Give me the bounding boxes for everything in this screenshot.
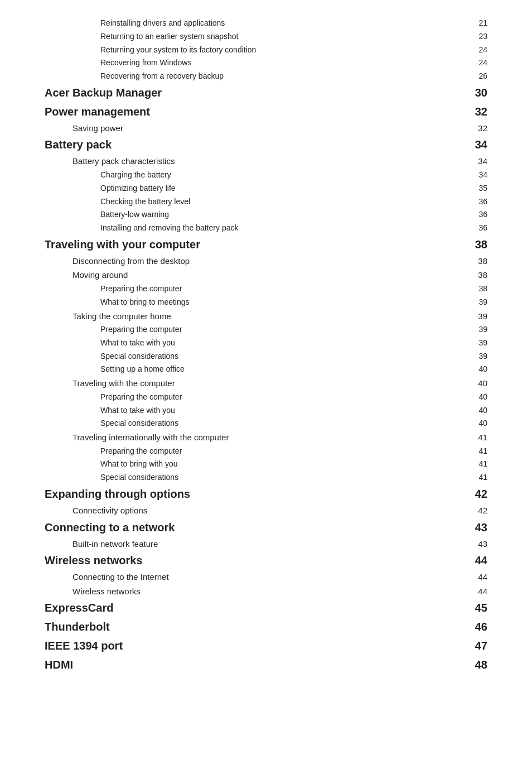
toc-label: Traveling with the computer: [72, 376, 471, 391]
toc-entry: Battery-low warning36: [45, 208, 487, 222]
toc-page: 47: [471, 636, 487, 655]
toc-page: 38: [471, 268, 487, 282]
toc-entry: Acer Backup Manager30: [45, 83, 487, 102]
toc-label: Preparing the computer: [100, 445, 471, 458]
toc-label: What to bring to meetings: [100, 296, 471, 309]
toc-entry: Installing and removing the battery pack…: [45, 222, 487, 235]
toc-page: 21: [471, 17, 487, 30]
toc-label: ExpressCard: [45, 598, 471, 617]
toc-entry: Reinstalling drivers and applications21: [45, 17, 487, 30]
toc-label: Battery-low warning: [100, 208, 471, 222]
toc-page: 32: [471, 121, 487, 136]
toc-entry: Connecting to the Internet44: [45, 570, 487, 584]
toc-page: 38: [471, 235, 487, 254]
toc-label: Preparing the computer: [100, 323, 471, 337]
toc-label: Connecting to a network: [45, 518, 471, 537]
toc-entry: Preparing the computer41: [45, 445, 487, 458]
toc-label: Reinstalling drivers and applications: [100, 17, 471, 30]
toc-label: What to take with you: [100, 404, 471, 417]
toc-page: 44: [471, 551, 487, 570]
toc-label: Battery pack characteristics: [72, 154, 471, 169]
toc-page: 35: [471, 182, 487, 195]
toc-page: 24: [471, 56, 487, 70]
toc-label: Returning to an earlier system snapshot: [100, 30, 471, 44]
toc-label: Saving power: [72, 121, 471, 136]
toc-entry: Battery pack characteristics34: [45, 154, 487, 169]
toc-entry: Traveling internationally with the compu…: [45, 430, 487, 445]
toc-page: 26: [471, 70, 487, 83]
toc-container: Reinstalling drivers and applications21R…: [45, 17, 487, 674]
toc-page: 45: [471, 598, 487, 617]
toc-label: Thunderbolt: [45, 617, 471, 636]
toc-entry: Returning your system to its factory con…: [45, 44, 487, 57]
toc-label: Traveling internationally with the compu…: [72, 430, 471, 445]
toc-entry: HDMI48: [45, 655, 487, 674]
toc-page: 39: [471, 350, 487, 363]
toc-label: IEEE 1394 port: [45, 636, 471, 655]
toc-label: Charging the battery: [100, 169, 471, 182]
toc-page: 39: [471, 337, 487, 350]
toc-page: 40: [471, 363, 487, 376]
toc-label: HDMI: [45, 655, 471, 674]
toc-label: What to take with you: [100, 337, 471, 350]
toc-entry: IEEE 1394 port47: [45, 636, 487, 655]
toc-label: Traveling with your computer: [45, 235, 471, 254]
toc-page: 42: [471, 503, 487, 518]
toc-label: Checking the battery level: [100, 195, 471, 209]
toc-entry: ExpressCard45: [45, 598, 487, 617]
toc-page: 38: [471, 254, 487, 268]
toc-page: 41: [471, 445, 487, 458]
toc-entry: Thunderbolt46: [45, 617, 487, 636]
toc-label: Power management: [45, 102, 471, 121]
toc-entry: Battery pack34: [45, 135, 487, 154]
toc-page: 44: [471, 570, 487, 584]
toc-page: 41: [471, 458, 487, 471]
toc-page: 43: [471, 518, 487, 537]
toc-page: 40: [471, 376, 487, 391]
toc-page: 24: [471, 44, 487, 57]
toc-page: 30: [471, 83, 487, 102]
toc-entry: Special considerations39: [45, 350, 487, 363]
toc-entry: Recovering from a recovery backup26: [45, 70, 487, 83]
toc-label: Wireless networks: [45, 551, 471, 570]
toc-entry: Saving power32: [45, 121, 487, 136]
toc-entry: Checking the battery level36: [45, 195, 487, 209]
toc-label: Moving around: [72, 268, 471, 282]
toc-page: 32: [471, 102, 487, 121]
toc-page: 39: [471, 296, 487, 309]
toc-entry: Taking the computer home39: [45, 309, 487, 324]
toc-entry: Connecting to a network43: [45, 518, 487, 537]
toc-label: Optimizing battery life: [100, 182, 471, 195]
toc-page: 38: [471, 282, 487, 296]
toc-page: 36: [471, 208, 487, 222]
toc-entry: Special considerations40: [45, 417, 487, 430]
toc-label: Installing and removing the battery pack: [100, 222, 471, 235]
toc-page: 41: [471, 430, 487, 445]
toc-label: Battery pack: [45, 135, 471, 154]
toc-entry: Optimizing battery life35: [45, 182, 487, 195]
toc-page: 44: [471, 584, 487, 599]
toc-entry: Connectivity options42: [45, 503, 487, 518]
toc-label: Wireless networks: [72, 584, 471, 599]
toc-page: 39: [471, 323, 487, 337]
toc-entry: Traveling with the computer40: [45, 376, 487, 391]
toc-entry: What to take with you39: [45, 337, 487, 350]
toc-entry: Recovering from Windows24: [45, 56, 487, 70]
toc-page: 40: [471, 404, 487, 417]
toc-label: Taking the computer home: [72, 309, 471, 324]
toc-label: Acer Backup Manager: [45, 83, 471, 102]
toc-entry: Preparing the computer40: [45, 391, 487, 404]
toc-page: 36: [471, 195, 487, 209]
toc-entry: Special considerations41: [45, 471, 487, 484]
toc-entry: What to bring with you41: [45, 458, 487, 471]
toc-label: Recovering from Windows: [100, 56, 471, 70]
toc-label: Connectivity options: [72, 503, 471, 518]
toc-page: 39: [471, 309, 487, 324]
toc-label: Connecting to the Internet: [72, 570, 471, 584]
toc-entry: Charging the battery34: [45, 169, 487, 182]
toc-entry: Preparing the computer39: [45, 323, 487, 337]
toc-page: 46: [471, 617, 487, 636]
toc-label: Recovering from a recovery backup: [100, 70, 471, 83]
toc-label: Expanding through options: [45, 484, 471, 503]
toc-entry: Wireless networks44: [45, 551, 487, 570]
